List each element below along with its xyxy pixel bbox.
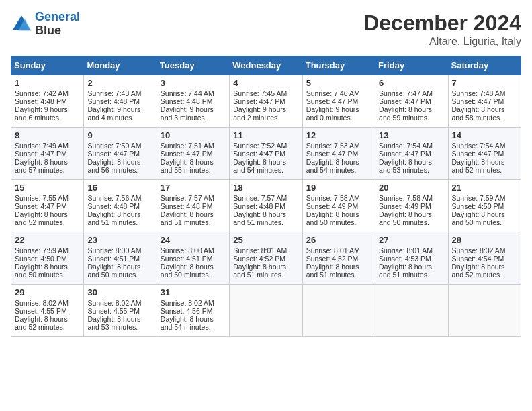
daylight-text: Daylight: 8 hours and 51 minutes.: [306, 263, 359, 279]
calendar-cell: 26 Sunrise: 8:01 AM Sunset: 4:52 PM Dayl…: [302, 232, 375, 285]
location-subtitle: Altare, Liguria, Italy: [363, 36, 521, 48]
calendar-week: 8 Sunrise: 7:49 AM Sunset: 4:47 PM Dayli…: [11, 128, 521, 180]
calendar-cell: 7 Sunrise: 7:48 AM Sunset: 4:47 PM Dayli…: [448, 75, 521, 128]
day-number: 6: [379, 78, 444, 88]
page-header: General Blue December 2024 Altare, Ligur…: [11, 11, 521, 48]
calendar-cell: 24 Sunrise: 8:00 AM Sunset: 4:51 PM Dayl…: [157, 232, 229, 285]
sunset-text: Sunset: 4:47 PM: [452, 150, 504, 158]
sunrise-text: Sunrise: 7:44 AM: [161, 89, 214, 97]
day-number: 17: [161, 183, 226, 193]
sunset-text: Sunset: 4:56 PM: [161, 307, 213, 315]
day-number: 31: [161, 287, 226, 298]
sunset-text: Sunset: 4:47 PM: [306, 150, 359, 158]
sunrise-text: Sunrise: 8:01 AM: [379, 246, 433, 255]
day-number: 23: [87, 235, 152, 245]
header-row: SundayMondayTuesdayWednesdayThursdayFrid…: [11, 56, 521, 75]
sunrise-text: Sunrise: 7:57 AM: [161, 194, 214, 202]
day-number: 4: [233, 78, 298, 88]
daylight-text: Daylight: 8 hours and 53 minutes.: [87, 315, 140, 331]
daylight-text: Daylight: 9 hours and 2 minutes.: [233, 105, 286, 122]
sunrise-text: Sunrise: 8:01 AM: [233, 246, 287, 255]
daylight-text: Daylight: 8 hours and 51 minutes.: [233, 210, 286, 226]
calendar-cell: 9 Sunrise: 7:50 AM Sunset: 4:47 PM Dayli…: [84, 128, 157, 180]
daylight-text: Daylight: 8 hours and 51 minutes.: [379, 263, 432, 279]
sunset-text: Sunset: 4:48 PM: [15, 97, 67, 105]
sunrise-text: Sunrise: 8:02 AM: [452, 246, 506, 255]
sunrise-text: Sunrise: 7:43 AM: [87, 89, 141, 97]
day-number: 25: [233, 235, 298, 245]
daylight-text: Daylight: 9 hours and 6 minutes.: [15, 105, 68, 122]
calendar-cell: 23 Sunrise: 8:00 AM Sunset: 4:51 PM Dayl…: [84, 232, 157, 285]
sunset-text: Sunset: 4:47 PM: [379, 97, 431, 105]
sunset-text: Sunset: 4:51 PM: [87, 255, 140, 263]
daylight-text: Daylight: 8 hours and 52 minutes.: [15, 210, 68, 226]
day-number: 20: [379, 183, 444, 193]
calendar-cell: 17 Sunrise: 7:57 AM Sunset: 4:48 PM Dayl…: [157, 180, 229, 232]
sunset-text: Sunset: 4:47 PM: [15, 150, 67, 158]
sunset-text: Sunset: 4:54 PM: [452, 255, 504, 263]
day-header: Saturday: [448, 56, 521, 75]
sunset-text: Sunset: 4:48 PM: [87, 97, 140, 105]
sunset-text: Sunset: 4:50 PM: [452, 202, 504, 210]
calendar-cell: 10 Sunrise: 7:51 AM Sunset: 4:47 PM Dayl…: [157, 128, 229, 180]
sunrise-text: Sunrise: 7:46 AM: [306, 89, 360, 97]
daylight-text: Daylight: 8 hours and 52 minutes.: [452, 263, 505, 279]
day-number: 14: [452, 130, 517, 140]
calendar-week: 22 Sunrise: 7:59 AM Sunset: 4:50 PM Dayl…: [11, 232, 521, 285]
daylight-text: Daylight: 8 hours and 52 minutes.: [452, 158, 505, 174]
sunrise-text: Sunrise: 8:00 AM: [87, 246, 141, 255]
day-number: 15: [15, 183, 80, 193]
calendar-cell: 30 Sunrise: 8:02 AM Sunset: 4:55 PM Dayl…: [84, 285, 157, 337]
day-number: 3: [161, 78, 226, 88]
daylight-text: Daylight: 8 hours and 50 minutes.: [306, 210, 359, 226]
logo-icon: [11, 13, 32, 35]
sunrise-text: Sunrise: 7:53 AM: [306, 142, 360, 150]
sunset-text: Sunset: 4:47 PM: [233, 150, 285, 158]
daylight-text: Daylight: 8 hours and 50 minutes.: [161, 263, 214, 279]
sunrise-text: Sunrise: 7:47 AM: [379, 89, 433, 97]
sunrise-text: Sunrise: 7:57 AM: [233, 194, 287, 202]
day-header: Tuesday: [157, 56, 229, 75]
daylight-text: Daylight: 8 hours and 59 minutes.: [379, 105, 432, 122]
sunset-text: Sunset: 4:48 PM: [87, 202, 140, 210]
calendar-cell: 13 Sunrise: 7:54 AM Sunset: 4:47 PM Dayl…: [375, 128, 448, 180]
calendar-cell: 12 Sunrise: 7:53 AM Sunset: 4:47 PM Dayl…: [302, 128, 375, 180]
day-number: 30: [87, 287, 152, 298]
day-header: Friday: [375, 56, 448, 75]
sunset-text: Sunset: 4:47 PM: [379, 150, 431, 158]
sunset-text: Sunset: 4:49 PM: [306, 202, 359, 210]
day-number: 11: [233, 130, 298, 140]
daylight-text: Daylight: 9 hours and 4 minutes.: [87, 105, 140, 122]
calendar-cell: 4 Sunrise: 7:45 AM Sunset: 4:47 PM Dayli…: [230, 75, 302, 128]
logo: General Blue: [11, 11, 80, 38]
sunrise-text: Sunrise: 7:48 AM: [452, 89, 506, 97]
daylight-text: Daylight: 8 hours and 54 minutes.: [161, 315, 214, 331]
sunrise-text: Sunrise: 7:50 AM: [87, 142, 141, 150]
calendar-cell: 20 Sunrise: 7:58 AM Sunset: 4:49 PM Dayl…: [375, 180, 448, 232]
sunset-text: Sunset: 4:52 PM: [306, 255, 359, 263]
daylight-text: Daylight: 8 hours and 51 minutes.: [161, 210, 214, 226]
day-header: Thursday: [302, 56, 375, 75]
sunset-text: Sunset: 4:51 PM: [161, 255, 213, 263]
sunrise-text: Sunrise: 7:58 AM: [306, 194, 360, 202]
day-number: 8: [15, 130, 80, 140]
sunset-text: Sunset: 4:48 PM: [161, 202, 213, 210]
day-header: Monday: [84, 56, 157, 75]
day-number: 1: [15, 78, 80, 88]
sunset-text: Sunset: 4:49 PM: [379, 202, 431, 210]
sunset-text: Sunset: 4:47 PM: [233, 97, 285, 105]
calendar-cell: 28 Sunrise: 8:02 AM Sunset: 4:54 PM Dayl…: [448, 232, 521, 285]
sunrise-text: Sunrise: 7:55 AM: [15, 194, 69, 202]
daylight-text: Daylight: 8 hours and 57 minutes.: [15, 158, 68, 174]
daylight-text: Daylight: 8 hours and 51 minutes.: [233, 263, 286, 279]
sunset-text: Sunset: 4:47 PM: [161, 150, 213, 158]
day-number: 19: [306, 183, 371, 193]
logo-text: General Blue: [35, 11, 80, 38]
calendar-cell: 16 Sunrise: 7:56 AM Sunset: 4:48 PM Dayl…: [84, 180, 157, 232]
calendar-table: SundayMondayTuesdayWednesdayThursdayFrid…: [11, 56, 521, 337]
sunset-text: Sunset: 4:53 PM: [379, 255, 431, 263]
calendar-cell: 21 Sunrise: 7:59 AM Sunset: 4:50 PM Dayl…: [448, 180, 521, 232]
day-header: Sunday: [11, 56, 84, 75]
calendar-cell: [448, 285, 521, 337]
calendar-cell: 22 Sunrise: 7:59 AM Sunset: 4:50 PM Dayl…: [11, 232, 84, 285]
